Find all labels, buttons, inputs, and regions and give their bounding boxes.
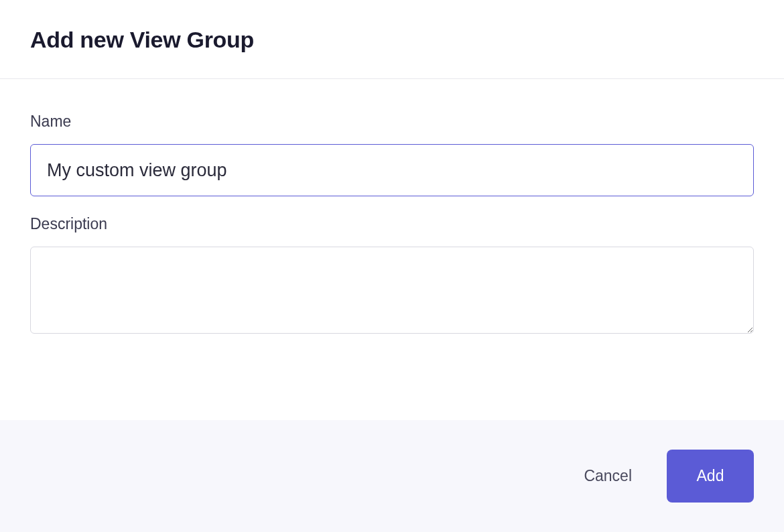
description-field-group: Description	[30, 215, 754, 336]
name-label: Name	[30, 113, 754, 131]
modal-header: Add new View Group	[0, 0, 784, 79]
cancel-button[interactable]: Cancel	[581, 462, 635, 490]
add-view-group-modal: Add new View Group Name Description Canc…	[0, 0, 784, 532]
modal-body: Name Description	[0, 79, 784, 420]
modal-footer: Cancel Add	[0, 420, 784, 532]
name-field-group: Name	[30, 113, 754, 196]
modal-title: Add new View Group	[30, 27, 754, 53]
name-input[interactable]	[30, 144, 754, 196]
description-input[interactable]	[30, 247, 754, 334]
description-label: Description	[30, 215, 754, 233]
add-button[interactable]: Add	[667, 450, 754, 503]
